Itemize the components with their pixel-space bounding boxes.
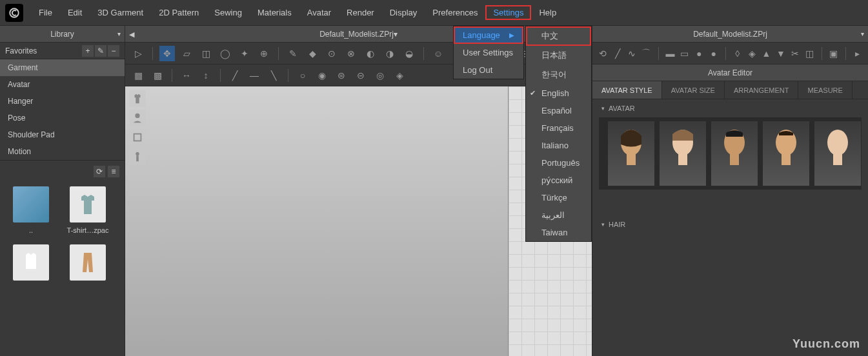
lang-english[interactable]: ✔English <box>526 84 591 102</box>
rt-point-icon[interactable]: ◊ <box>732 46 743 61</box>
chevron-down-icon[interactable]: ▾ <box>861 30 864 37</box>
attach-icon[interactable]: ⊗ <box>343 46 359 61</box>
lang-chinese[interactable]: 中文 <box>526 26 591 46</box>
lang-spanish[interactable]: Español <box>526 102 591 119</box>
lang-taiwan[interactable]: Taiwan <box>526 224 591 241</box>
steam-icon[interactable]: ◒ <box>401 46 417 61</box>
add-point-icon[interactable]: ◆ <box>305 46 320 61</box>
rt-folder-icon[interactable]: ▬ <box>665 46 675 61</box>
flatten-icon[interactable]: ↕ <box>198 68 214 83</box>
thumb-folder-up[interactable]: .. <box>8 186 54 234</box>
viewport-3d[interactable] <box>125 86 508 356</box>
menu-3d-garment[interactable]: 3D Garment <box>90 5 151 20</box>
tab-avatar-size[interactable]: AVATAR SIZE <box>662 81 725 99</box>
smooth-icon[interactable]: ◑ <box>382 46 398 61</box>
avatar-preset-1[interactable] <box>608 121 654 186</box>
add-favorite-button[interactable]: + <box>82 45 94 57</box>
thumb-top[interactable] <box>8 244 54 284</box>
lasso-icon[interactable]: ◯ <box>217 46 233 61</box>
menu-2d-pattern[interactable]: 2D Pattern <box>151 5 207 20</box>
lang-russian[interactable]: ру́сский <box>526 172 591 189</box>
line-2-icon[interactable]: — <box>247 68 262 83</box>
tab-measure[interactable]: MEASURE <box>798 81 852 99</box>
rt-more-icon[interactable]: ▸ <box>853 46 863 61</box>
lang-portuguese[interactable]: Português <box>526 154 591 172</box>
settings-log-out[interactable]: Log Out <box>454 61 523 79</box>
texture-surface-icon[interactable]: ▦ <box>130 68 146 83</box>
tack-icon[interactable]: ⊙ <box>324 46 339 61</box>
texture-thick-icon[interactable]: ▩ <box>150 68 165 83</box>
trim-icon[interactable]: ◈ <box>392 68 407 83</box>
app-logo[interactable] <box>5 4 23 22</box>
edit-point-icon[interactable]: ✎ <box>285 46 301 61</box>
rt-trace-icon[interactable]: ◫ <box>804 46 814 61</box>
thumb-pants[interactable] <box>65 244 111 284</box>
fav-shoulder-pad[interactable]: Shoulder Pad <box>0 126 125 143</box>
chevron-down-icon[interactable]: ▾ <box>117 30 121 37</box>
thumb-tshirt[interactable]: T-shirt…zpac <box>65 186 111 234</box>
fold-icon[interactable]: ◐ <box>363 46 378 61</box>
section-avatar[interactable]: AVATAR <box>592 99 868 117</box>
rt-curve-icon[interactable]: ∿ <box>627 46 637 61</box>
buttonhole-icon[interactable]: ◉ <box>314 68 330 83</box>
rt-rect-icon[interactable]: ▭ <box>680 46 690 61</box>
show-bones-icon[interactable] <box>129 148 146 165</box>
rt-circle2-icon[interactable]: ● <box>708 46 718 61</box>
fav-avatar[interactable]: Avatar <box>0 76 125 93</box>
fav-garment[interactable]: Garment <box>0 59 125 76</box>
show-avatar-icon[interactable] <box>129 110 146 126</box>
rt-arc-icon[interactable]: ⌒ <box>641 46 651 61</box>
menu-preferences[interactable]: Preferences <box>425 5 485 20</box>
menu-avatar[interactable]: Avatar <box>299 5 339 20</box>
lang-turkish[interactable]: Türkçe <box>526 189 591 206</box>
fav-motion[interactable]: Motion <box>0 143 125 160</box>
rt-line-icon[interactable]: ╱ <box>612 46 622 61</box>
zipper-icon[interactable]: ⊜ <box>334 68 349 83</box>
piping-icon[interactable]: ◎ <box>372 68 388 83</box>
collapse-icon[interactable]: ↔ <box>179 68 194 83</box>
rt-sync-icon[interactable]: ⟲ <box>598 46 608 61</box>
rt-dart-icon[interactable]: ◈ <box>747 46 757 61</box>
menu-edit[interactable]: Edit <box>60 5 90 20</box>
avatar-preset-3[interactable] <box>711 121 758 186</box>
avatar-display-icon[interactable]: ☺ <box>430 46 446 61</box>
section-hair[interactable]: HAIR <box>592 215 868 233</box>
simulate-icon[interactable]: ▷ <box>130 46 146 61</box>
rt-notch-icon[interactable]: ▲ <box>761 46 771 61</box>
remove-favorite-button[interactable]: − <box>108 45 119 57</box>
rt-snapshot-icon[interactable]: ▣ <box>829 46 839 61</box>
rt-seam-icon[interactable]: ▼ <box>776 46 786 61</box>
rt-cut-icon[interactable]: ✂ <box>790 46 800 61</box>
show-garment-icon[interactable] <box>129 90 146 107</box>
avatar-preset-2[interactable] <box>660 121 706 186</box>
edit-favorite-button[interactable]: ✎ <box>95 45 106 57</box>
settings-language[interactable]: Language ▶ <box>454 26 523 44</box>
pin-icon[interactable]: ✦ <box>237 46 252 61</box>
menu-settings[interactable]: Settings <box>485 5 531 20</box>
menu-file[interactable]: File <box>31 5 60 20</box>
avatar-preset-4[interactable] <box>763 121 809 186</box>
gizmo-icon[interactable]: ⊕ <box>256 46 272 61</box>
topstitch-icon[interactable]: ⊝ <box>353 68 368 83</box>
menu-display[interactable]: Display <box>382 5 425 20</box>
line-3-icon[interactable]: ╲ <box>266 68 281 83</box>
tab-avatar-style[interactable]: AVATAR STYLE <box>592 81 662 99</box>
menu-render[interactable]: Render <box>339 5 382 20</box>
fav-hanger[interactable]: Hanger <box>0 93 125 110</box>
menu-materials[interactable]: Materials <box>250 5 299 20</box>
button-tool-icon[interactable]: ○ <box>295 68 310 83</box>
lang-french[interactable]: Français <box>526 119 591 137</box>
lang-japanese[interactable]: 日本語 <box>526 46 591 65</box>
select-move-icon[interactable]: ✥ <box>159 46 175 61</box>
menu-help[interactable]: Help <box>531 5 564 20</box>
settings-user-settings[interactable]: User Settings <box>454 44 523 61</box>
back-icon[interactable]: ◀ <box>129 30 134 38</box>
tab-arrangement[interactable]: ARRANGEMENT <box>725 81 799 99</box>
lang-arabic[interactable]: العربية <box>526 206 591 224</box>
list-view-button[interactable]: ≡ <box>108 166 119 177</box>
lang-korean[interactable]: 한국어 <box>526 65 591 84</box>
show-internal-icon[interactable] <box>129 129 146 146</box>
fav-pose[interactable]: Pose <box>0 110 125 126</box>
lang-italian[interactable]: Italiano <box>526 137 591 154</box>
chevron-down-icon[interactable]: ▾ <box>394 30 398 39</box>
